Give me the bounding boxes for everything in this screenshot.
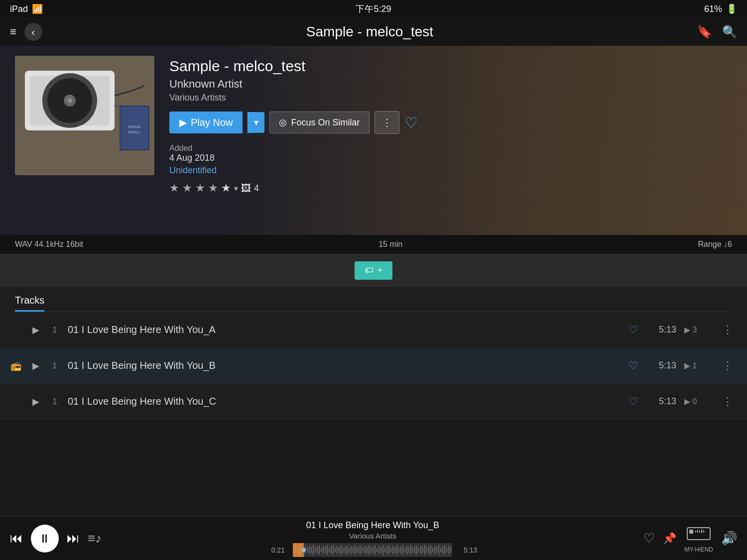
track-play-button-3[interactable]: ▶ <box>30 396 42 407</box>
bookmark-icon[interactable]: 🔖 <box>697 25 712 39</box>
menu-icon[interactable]: ≡ <box>10 25 16 38</box>
track-play-button-2[interactable]: ▶ <box>30 360 42 371</box>
photo-count-value: 4 <box>254 183 259 194</box>
skip-back-button[interactable]: ⏮ <box>10 531 23 546</box>
pause-button[interactable]: ⏸ <box>31 525 59 553</box>
np-favorite-button[interactable]: ♡ <box>643 531 655 546</box>
play-dropdown-button[interactable]: ▾ <box>248 112 264 133</box>
svg-rect-65 <box>396 545 397 555</box>
svg-rect-30 <box>327 545 328 555</box>
tag-icon: 🏷 <box>365 265 374 276</box>
svg-rect-96 <box>689 530 693 534</box>
heart-icon: ♡ <box>404 114 418 131</box>
add-tag-button[interactable]: 🏷 + <box>355 261 393 280</box>
battery-label: 61% <box>704 4 722 14</box>
np-device-selector[interactable]: MY-HiEND <box>684 524 713 553</box>
now-playing-artist: Various Artists <box>112 532 633 540</box>
np-settings-icon[interactable]: 📌 <box>663 532 676 545</box>
queue-icon[interactable]: ≡♪ <box>88 531 102 546</box>
more-options-button[interactable]: ⋮ <box>374 111 399 134</box>
focus-on-similar-button[interactable]: ◎ Focus On Similar <box>269 112 369 133</box>
track-number-1: 1 <box>50 326 60 335</box>
track-more-1[interactable]: ⋮ <box>718 320 737 340</box>
svg-text:KRALL: KRALL <box>128 130 141 134</box>
play-now-button[interactable]: ▶ Play Now <box>169 112 243 133</box>
svg-rect-47 <box>361 546 362 555</box>
star-1[interactable]: ★ <box>169 182 179 195</box>
track-plays-2: ▶ 1 <box>684 361 710 370</box>
svg-rect-90 <box>446 548 447 552</box>
back-icon: ‹ <box>32 26 35 38</box>
dynamic-range: Range ↓6 <box>698 240 732 249</box>
photo-icon: 🖼 <box>241 183 251 194</box>
skip-forward-button[interactable]: ⏭ <box>67 531 80 546</box>
svg-rect-25 <box>317 547 318 554</box>
focus-icon: ◎ <box>279 117 287 128</box>
svg-rect-36 <box>339 547 340 553</box>
photo-count[interactable]: 🖼 4 <box>241 183 259 194</box>
track-play-button-1[interactable]: ▶ <box>30 325 42 336</box>
table-row: ▶ 1 01 I Love Being Here With You_A ♡ 5:… <box>0 312 747 348</box>
track-duration-3: 5:13 <box>646 396 676 407</box>
star-4[interactable]: ★ <box>208 182 218 195</box>
tag-area: 🏷 + <box>0 254 747 287</box>
svg-rect-38 <box>343 548 344 553</box>
table-row: 📻 ▶ 1 01 I Love Being Here With You_B ♡ … <box>0 348 747 384</box>
svg-rect-54 <box>374 546 375 555</box>
search-icon[interactable]: 🔍 <box>722 25 737 39</box>
svg-rect-28 <box>323 546 324 554</box>
svg-rect-86 <box>438 545 439 555</box>
track-more-3[interactable]: ⋮ <box>718 391 737 412</box>
svg-rect-79 <box>424 545 425 555</box>
track-favorite-3[interactable]: ♡ <box>628 395 638 408</box>
svg-rect-43 <box>353 547 354 553</box>
star-2[interactable]: ★ <box>182 182 192 195</box>
svg-rect-67 <box>400 547 401 554</box>
svg-rect-76 <box>418 548 419 552</box>
svg-rect-44 <box>355 545 356 555</box>
pause-icon: ⏸ <box>39 532 51 546</box>
svg-rect-26 <box>319 546 320 555</box>
audio-format: WAV 44.1kHz 16bit <box>15 240 83 249</box>
svg-rect-41 <box>349 548 350 552</box>
svg-rect-29 <box>325 547 326 553</box>
tracks-tab[interactable]: Tracks <box>15 295 44 312</box>
page-title: Sample - melco_test <box>50 24 689 40</box>
added-label: Added <box>169 144 732 153</box>
star-5[interactable]: ★ <box>221 182 231 195</box>
svg-rect-50 <box>367 547 368 553</box>
waveform-display[interactable] <box>293 543 452 557</box>
unidentified-link[interactable]: Unidentified <box>169 165 732 176</box>
various-artists: Various Artists <box>169 93 732 103</box>
play-icon: ▶ <box>179 116 187 128</box>
track-more-2[interactable]: ⋮ <box>718 355 737 376</box>
playback-controls: ⏮ ⏸ ⏭ ≡♪ <box>10 525 102 553</box>
hero-section: DIANA KRALL Sample - melco_test Unknown … <box>0 46 747 235</box>
album-art: DIANA KRALL <box>15 56 154 175</box>
volume-icon[interactable]: 🔊 <box>721 531 737 546</box>
svg-rect-64 <box>394 547 395 553</box>
svg-rect-55 <box>376 548 377 552</box>
ellipsis-icon: ⋮ <box>382 117 392 128</box>
svg-rect-45 <box>357 548 358 553</box>
track-number-3: 1 <box>50 397 60 406</box>
favorite-button[interactable]: ♡ <box>404 114 418 131</box>
svg-rect-77 <box>420 546 421 554</box>
svg-rect-61 <box>388 546 389 555</box>
artist-name: Unknown Artist <box>169 78 732 91</box>
track-title-2: 01 I Love Being Here With You_B <box>68 360 621 371</box>
star-3[interactable]: ★ <box>195 182 205 195</box>
rating-dropdown[interactable]: ▾ <box>234 184 238 193</box>
add-tag-label: + <box>377 265 383 276</box>
rating-row: ★ ★ ★ ★ ★ ▾ 🖼 4 <box>169 182 732 195</box>
wifi-icon: 📶 <box>32 3 43 14</box>
back-button[interactable]: ‹ <box>24 23 42 41</box>
track-favorite-1[interactable]: ♡ <box>628 324 638 336</box>
progress-row: 0:21 <box>112 543 633 557</box>
hero-info: Sample - melco_test Unknown Artist Vario… <box>169 56 732 225</box>
top-nav: ≡ ‹ Sample - melco_test 🔖 🔍 <box>0 18 747 46</box>
svg-rect-20 <box>307 548 308 552</box>
track-favorite-2[interactable]: ♡ <box>628 359 638 372</box>
svg-rect-53 <box>373 547 374 554</box>
svg-rect-40 <box>347 546 348 555</box>
